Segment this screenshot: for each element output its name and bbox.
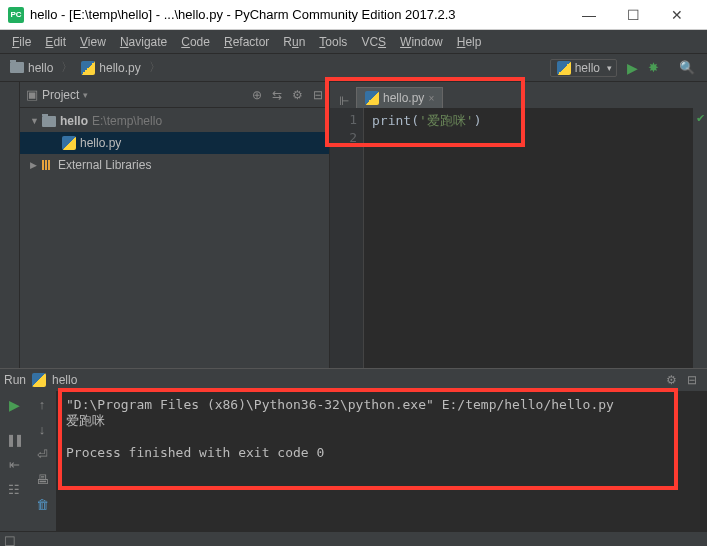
- menu-view[interactable]: View: [74, 33, 112, 51]
- editor: ⊩ hello.py × 1 2 print('爱跑咪') ✔: [330, 82, 707, 368]
- run-button[interactable]: ▶: [627, 60, 638, 76]
- search-button[interactable]: 🔍: [679, 60, 695, 75]
- chevron-right-icon: 〉: [149, 59, 161, 76]
- tree-project-path: E:\temp\hello: [92, 114, 162, 128]
- run-hide-icon[interactable]: ⊟: [687, 373, 697, 387]
- exit-icon[interactable]: ⇤: [9, 457, 20, 472]
- tree-project-name: hello: [60, 114, 88, 128]
- down-icon[interactable]: ↓: [39, 422, 46, 437]
- navigation-bar: hello 〉 hello.py 〉 hello ▶ ✸ 🔍: [0, 54, 707, 82]
- collapse-all-icon[interactable]: ⊕: [252, 88, 262, 102]
- settings-icon[interactable]: ⚙: [292, 88, 303, 102]
- run-tool-window: Run hello ⚙ ⊟ ▶ ❚❚ ⇤ ☷ ↑ ↓ ⏎ 🖶 🗑 "D:\Pro…: [0, 368, 707, 531]
- output-line: "D:\Program Files (x86)\Python36-32\pyth…: [66, 397, 614, 412]
- window-title: hello - [E:\temp\hello] - ...\hello.py -…: [30, 7, 567, 22]
- marker-gutter: [693, 108, 707, 368]
- code-content[interactable]: print('爱跑咪'): [364, 108, 693, 368]
- run-header-config: hello: [52, 373, 77, 387]
- menu-edit[interactable]: Edit: [39, 33, 72, 51]
- pause-button[interactable]: ❚❚: [6, 433, 22, 447]
- run-left-toolbar-2: ↑ ↓ ⏎ 🖶 🗑: [28, 391, 56, 531]
- output-line: 爱跑咪: [66, 413, 105, 428]
- python-file-icon: [557, 61, 571, 75]
- breadcrumb-file-label: hello.py: [99, 61, 140, 75]
- tree-external-libraries[interactable]: ▶ External Libraries: [20, 154, 329, 176]
- rerun-button[interactable]: ▶: [9, 397, 20, 413]
- output-line: Process finished with exit code 0: [66, 445, 324, 460]
- expand-arrow-icon[interactable]: ▼: [30, 116, 38, 126]
- left-tool-strip[interactable]: [0, 82, 20, 368]
- line-number: 2: [330, 130, 357, 148]
- tree-external-label: External Libraries: [58, 158, 151, 172]
- python-file-icon: [32, 373, 46, 387]
- code-area[interactable]: 1 2 print('爱跑咪') ✔: [330, 108, 707, 368]
- code-token: ): [474, 113, 482, 128]
- app-icon: PC: [8, 7, 24, 23]
- menubar: File Edit View Navigate Code Refactor Ru…: [0, 30, 707, 54]
- print-icon[interactable]: 🖶: [36, 472, 49, 487]
- editor-tab-label: hello.py: [383, 91, 424, 105]
- project-tree: ▼ hello E:\temp\hello hello.py ▶ Externa…: [20, 108, 329, 178]
- inspection-ok-icon: ✔: [696, 112, 705, 125]
- python-file-icon: [81, 61, 95, 75]
- menu-file[interactable]: File: [6, 33, 37, 51]
- tree-file-label: hello.py: [80, 136, 121, 150]
- tool-windows-icon[interactable]: ☐: [4, 534, 16, 546]
- line-number: 1: [330, 112, 357, 130]
- run-config-selector[interactable]: hello: [550, 59, 617, 77]
- titlebar: PC hello - [E:\temp\hello] - ...\hello.p…: [0, 0, 707, 30]
- scroll-to-source-icon[interactable]: ⇆: [272, 88, 282, 102]
- close-tab-icon[interactable]: ×: [428, 93, 434, 104]
- project-view-icon: ▣: [26, 87, 38, 102]
- code-token: print: [372, 113, 411, 128]
- run-config-label: hello: [575, 61, 600, 75]
- tree-project-root[interactable]: ▼ hello E:\temp\hello: [20, 110, 329, 132]
- code-token: (: [411, 113, 419, 128]
- clear-icon[interactable]: 🗑: [36, 497, 49, 512]
- main-area: ▣ Project ▾ ⊕ ⇆ ⚙ ⊟ ▼ hello E:\temp\hell…: [0, 82, 707, 368]
- editor-tabs: ⊩ hello.py ×: [330, 82, 707, 108]
- line-gutter: 1 2: [330, 108, 364, 368]
- code-token: '爱跑咪': [419, 113, 474, 128]
- menu-code[interactable]: Code: [175, 33, 216, 51]
- run-body: ▶ ❚❚ ⇤ ☷ ↑ ↓ ⏎ 🖶 🗑 "D:\Program Files (x8…: [0, 391, 707, 531]
- menu-refactor[interactable]: Refactor: [218, 33, 275, 51]
- chevron-right-icon: 〉: [61, 59, 73, 76]
- run-output[interactable]: "D:\Program Files (x86)\Python36-32\pyth…: [56, 391, 707, 531]
- sidebar-title: Project: [42, 88, 79, 102]
- python-file-icon: [365, 91, 379, 105]
- soft-wrap-icon[interactable]: ⏎: [37, 447, 48, 462]
- bottom-tool-strip: ☐: [0, 531, 707, 546]
- tree-file-item[interactable]: hello.py: [20, 132, 329, 154]
- hide-icon[interactable]: ⊟: [313, 88, 323, 102]
- run-header-title: Run: [4, 373, 26, 387]
- menu-help[interactable]: Help: [451, 33, 488, 51]
- minimize-button[interactable]: —: [567, 1, 611, 29]
- menu-navigate[interactable]: Navigate: [114, 33, 173, 51]
- close-button[interactable]: ✕: [655, 1, 699, 29]
- run-settings-icon[interactable]: ⚙: [666, 373, 677, 387]
- expand-arrow-icon[interactable]: ▶: [30, 160, 38, 170]
- run-left-toolbar: ▶ ❚❚ ⇤ ☷: [0, 391, 28, 531]
- menu-vcs[interactable]: VCS: [355, 33, 392, 51]
- breadcrumb-project-label: hello: [28, 61, 53, 75]
- libraries-icon: [42, 159, 54, 171]
- editor-tab[interactable]: hello.py ×: [356, 87, 443, 108]
- dump-threads-icon[interactable]: ☷: [8, 482, 20, 497]
- breadcrumb-project[interactable]: hello: [4, 61, 59, 75]
- tab-prev-icon[interactable]: ⊩: [336, 94, 352, 108]
- sidebar-header: ▣ Project ▾ ⊕ ⇆ ⚙ ⊟: [20, 82, 329, 108]
- up-icon[interactable]: ↑: [39, 397, 46, 412]
- project-sidebar: ▣ Project ▾ ⊕ ⇆ ⚙ ⊟ ▼ hello E:\temp\hell…: [20, 82, 330, 368]
- dropdown-icon[interactable]: ▾: [83, 90, 88, 100]
- debug-button[interactable]: ✸: [648, 60, 659, 75]
- folder-icon: [10, 62, 24, 73]
- menu-run[interactable]: Run: [277, 33, 311, 51]
- breadcrumb-file[interactable]: hello.py: [75, 61, 146, 75]
- python-file-icon: [62, 136, 76, 150]
- menu-tools[interactable]: Tools: [313, 33, 353, 51]
- maximize-button[interactable]: ☐: [611, 1, 655, 29]
- run-header: Run hello ⚙ ⊟: [0, 369, 707, 391]
- folder-icon: [42, 116, 56, 127]
- menu-window[interactable]: Window: [394, 33, 449, 51]
